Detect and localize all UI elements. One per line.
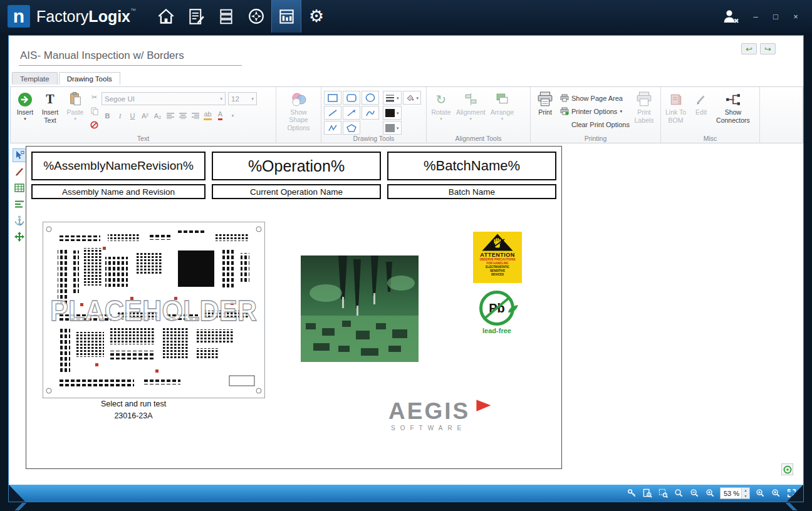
paste-button[interactable]: Paste ▾ <box>63 90 87 122</box>
ribbon: Insert ▾ T Insert Text Paste ▾ ✂ <box>10 86 803 143</box>
draw-polyline-button[interactable] <box>324 121 341 135</box>
field-assembly-name[interactable]: %AssemblyNameRevision% Assembly Name and… <box>31 152 206 199</box>
show-shape-options-button[interactable]: Show Shape Options <box>279 90 318 133</box>
draw-line-button[interactable] <box>324 106 341 120</box>
align-left-button[interactable] <box>164 110 176 121</box>
rounded-rectangle-icon <box>346 94 357 102</box>
alignment-button[interactable]: Alignment ▾ <box>454 90 487 122</box>
align-center-button[interactable] <box>177 110 189 121</box>
nav-settings-button[interactable]: ⚙ <box>301 0 331 33</box>
font-size-select[interactable]: 12▾ <box>228 92 257 105</box>
titlebar-right: – □ × <box>718 5 804 28</box>
line-style-select[interactable]: ▾ <box>383 91 402 105</box>
text-highlight-button[interactable]: ab <box>202 110 214 121</box>
superscript-button[interactable]: A² <box>139 110 151 121</box>
pen-tool-button[interactable] <box>13 165 26 178</box>
clear-print-options-button[interactable]: Clear Print Options <box>558 119 631 130</box>
zoom-dynamic-button[interactable] <box>673 488 684 499</box>
insert-text-button[interactable]: T Insert Text <box>38 90 62 125</box>
printer-options-button[interactable]: Printer Options ▾ <box>558 106 631 116</box>
move-tool-button[interactable] <box>13 230 26 244</box>
nav-home-button[interactable] <box>151 0 181 33</box>
pcb-placeholder-image[interactable]: PLACEHOLDER <box>43 222 265 398</box>
nav-documents-button[interactable] <box>271 0 301 33</box>
lock-view-button[interactable] <box>626 488 637 499</box>
zoom-actual-icon <box>771 488 781 498</box>
nav-forms-button[interactable] <box>181 0 211 33</box>
zoom-spin-up-button[interactable]: ▲ <box>742 488 749 493</box>
italic-button[interactable]: I <box>114 110 126 121</box>
zoom-actual-button[interactable] <box>770 488 781 499</box>
page-fit-button[interactable] <box>781 463 793 475</box>
line-color-select[interactable]: ▾ <box>383 106 402 120</box>
show-page-area-button[interactable]: Show Page Area <box>558 93 631 103</box>
aegis-logo[interactable]: AEGIS SOFTWARE <box>388 400 492 431</box>
inspection-photo[interactable] <box>301 256 419 362</box>
field-batch-name[interactable]: %BatchName% Batch Name <box>387 152 556 199</box>
chevron-down-icon: ▾ <box>397 111 399 115</box>
zoom-region-button[interactable] <box>657 488 669 499</box>
minimize-button[interactable]: – <box>751 12 761 21</box>
curve-icon <box>365 109 375 117</box>
rotate-button[interactable]: ↻ Rotate ▾ <box>429 90 453 122</box>
zoom-out-button[interactable] <box>689 488 700 499</box>
shape-fill-select[interactable]: ▾ <box>383 121 402 135</box>
align-right-button[interactable] <box>189 110 201 121</box>
draw-polygon-button[interactable] <box>343 121 360 135</box>
zoom-level-value[interactable]: 53 % <box>721 488 741 498</box>
draw-curve-button[interactable] <box>362 106 379 120</box>
nav-materials-button[interactable] <box>211 0 241 33</box>
shape-options-icon <box>290 92 308 107</box>
paint-bucket-icon <box>405 94 415 102</box>
zoom-selected-button[interactable] <box>754 488 766 499</box>
draw-rectangle-button[interactable] <box>324 91 341 105</box>
grid-tool-button[interactable] <box>13 181 26 195</box>
underline-button[interactable]: U <box>127 110 138 121</box>
compass-icon <box>247 8 265 25</box>
select-tool-button[interactable] <box>13 148 26 162</box>
fill-color-select[interactable]: ▾ <box>403 91 422 105</box>
edit-button[interactable]: Edit <box>689 90 713 117</box>
user-logout-button[interactable] <box>718 5 743 28</box>
esd-warning-label[interactable]: ATTENTION OBSERVE PRECAUTIONS FOR HANDLI… <box>473 232 522 283</box>
subscript-button[interactable]: A₂ <box>152 110 164 121</box>
move-icon <box>14 232 24 242</box>
draw-ellipse-button[interactable] <box>362 91 379 105</box>
more-format-button[interactable]: ▾ <box>227 110 239 121</box>
print-button[interactable]: Print <box>533 90 557 117</box>
field-caption: Batch Name <box>387 184 556 199</box>
nav-tracking-button[interactable] <box>241 0 271 33</box>
font-family-select[interactable]: Segoe UI▾ <box>102 92 226 105</box>
show-connectors-button[interactable]: Show Connectors <box>714 90 752 125</box>
copy-button[interactable] <box>88 105 100 117</box>
print-labels-icon <box>636 91 652 107</box>
bold-button[interactable]: B <box>102 110 113 121</box>
pcb-caption-text[interactable]: Select and run test 23016-23A <box>43 398 224 423</box>
zoom-in-button[interactable] <box>704 488 716 499</box>
zoom-spin-down-button[interactable]: ▼ <box>742 493 749 499</box>
font-color-button[interactable]: A <box>214 110 226 121</box>
cut-button[interactable]: ✂ <box>88 91 100 103</box>
maximize-button[interactable]: □ <box>771 12 781 21</box>
arrange-button[interactable]: Arrange ▾ <box>489 90 516 122</box>
draw-rounded-rectangle-button[interactable] <box>343 91 360 105</box>
tab-drawing-tools[interactable]: Drawing Tools <box>59 72 120 85</box>
field-operation[interactable]: %Operation% Current Operation Name <box>212 152 381 199</box>
insert-button[interactable]: Insert ▾ <box>13 90 37 122</box>
zoom-page-button[interactable] <box>642 488 653 499</box>
anchor-tool-button[interactable]: ⚓ <box>13 214 26 227</box>
print-labels-button[interactable]: Print Labels <box>632 90 656 125</box>
tab-template[interactable]: Template <box>12 72 58 85</box>
field-value: %BatchName% <box>387 152 556 180</box>
redo-button[interactable]: ↪ <box>760 43 776 54</box>
close-button[interactable]: × <box>791 12 801 21</box>
clear-formatting-button[interactable] <box>88 119 100 131</box>
draw-arrow-button[interactable] <box>343 106 360 120</box>
template-title[interactable]: AIS- Manual Inspection w/ Borders <box>19 49 242 66</box>
copy-icon <box>91 107 98 115</box>
undo-button[interactable]: ↩ <box>741 43 757 54</box>
align-guides-button[interactable] <box>13 197 26 211</box>
link-to-bom-button[interactable]: Link To BOM <box>664 90 688 125</box>
lead-free-mark[interactable]: Pb lead-free <box>474 291 519 334</box>
template-page[interactable]: %AssemblyNameRevision% Assembly Name and… <box>26 146 562 469</box>
